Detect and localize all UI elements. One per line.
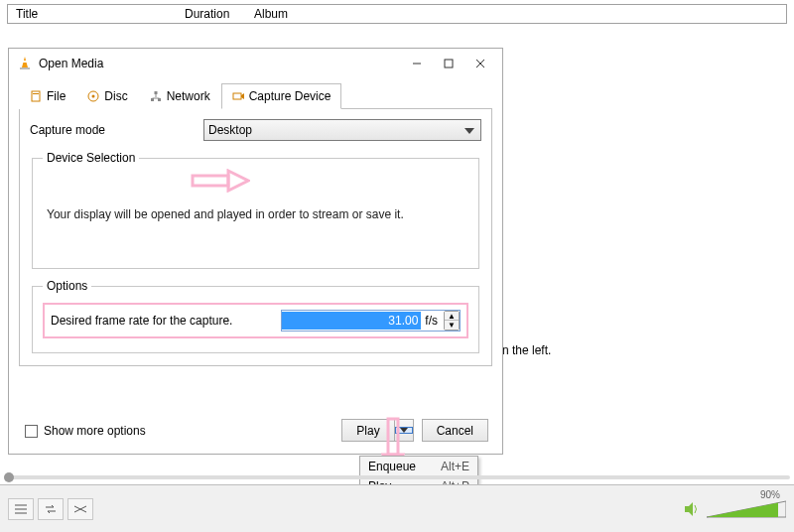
options-legend: Options [43,279,91,293]
bottom-toolbar: 90% [0,484,794,532]
svg-marker-19 [400,428,408,433]
capture-mode-combo[interactable]: Desktop [203,119,481,141]
tab-label: File [47,89,66,103]
maximize-button[interactable] [433,52,464,75]
tab-label: Capture Device [249,89,331,103]
tab-label: Network [167,89,210,103]
svg-rect-8 [33,93,39,94]
menu-item-enqueue[interactable]: EnqueueAlt+E [360,457,477,476]
network-icon [150,90,162,102]
loop-button[interactable] [38,498,64,520]
frame-rate-input[interactable] [282,312,421,330]
open-media-dialog: Open Media File Disc Network Capture Dev… [8,48,503,455]
play-button[interactable]: Play [342,420,394,441]
svg-rect-13 [154,91,157,94]
play-split-button[interactable]: Play [341,419,413,442]
seek-knob[interactable] [4,472,14,482]
frame-rate-row: Desired frame rate for the capture. f/s … [43,303,468,338]
chevron-down-icon [463,124,476,138]
svg-rect-2 [23,61,27,63]
capture-mode-label: Capture mode [30,123,203,137]
svg-rect-1 [20,67,30,69]
dialog-title: Open Media [39,57,401,70]
svg-rect-7 [32,91,40,101]
device-selection-text: Your display will be opened and played i… [43,175,468,254]
play-dropdown-toggle[interactable] [395,427,413,434]
close-button[interactable] [464,52,496,75]
tab-network[interactable]: Network [139,83,221,109]
column-album[interactable]: Album [246,5,786,23]
tab-file[interactable]: File [19,83,76,109]
capture-tab-panel: Capture mode Desktop Device Selection Yo… [19,109,492,366]
show-more-checkbox[interactable] [25,425,38,438]
frame-rate-field: f/s ▲ ▼ [281,310,461,332]
vlc-cone-icon [17,56,33,71]
show-more-options[interactable]: Show more options [25,424,146,438]
show-more-label: Show more options [44,424,146,438]
speaker-icon[interactable] [683,500,701,518]
frame-rate-label: Desired frame rate for the capture. [51,314,281,328]
spinner-down[interactable]: ▼ [445,321,459,330]
playlist-columns-header: Title Duration Album [7,4,787,24]
column-duration[interactable]: Duration [177,5,246,23]
svg-rect-4 [445,60,453,67]
volume-slider[interactable]: 90% [707,499,786,519]
frame-rate-unit: f/s [421,314,442,328]
svg-rect-16 [233,93,241,99]
minimize-button[interactable] [401,52,433,75]
tab-capture-device[interactable]: Capture Device [221,83,342,109]
svg-point-10 [92,95,95,98]
tab-disc[interactable]: Disc [76,83,138,109]
device-selection-group: Device Selection Your display will be op… [32,151,479,269]
cancel-button[interactable]: Cancel [422,419,488,442]
file-icon [30,90,42,102]
dialog-titlebar[interactable]: Open Media [9,49,502,78]
capture-mode-value: Desktop [208,123,252,137]
volume-control: 90% [683,499,786,519]
capture-icon [232,90,244,102]
frame-rate-spinner: ▲ ▼ [444,311,460,331]
options-group: Options Desired frame rate for the captu… [32,279,479,353]
background-hint-text: n the left. [502,343,551,357]
disc-icon [87,90,99,102]
chevron-down-icon [400,428,408,433]
seek-bar[interactable] [4,475,790,479]
svg-marker-18 [464,128,474,134]
svg-marker-27 [685,502,693,516]
spinner-up[interactable]: ▲ [445,312,459,321]
shuffle-button[interactable] [67,498,93,520]
dialog-button-row: Play Cancel [341,419,488,442]
tab-label: Disc [104,89,127,103]
column-title[interactable]: Title [8,5,177,23]
tab-strip: File Disc Network Capture Device [19,82,492,109]
device-selection-legend: Device Selection [43,151,139,165]
toggle-playlist-button[interactable] [8,498,34,520]
